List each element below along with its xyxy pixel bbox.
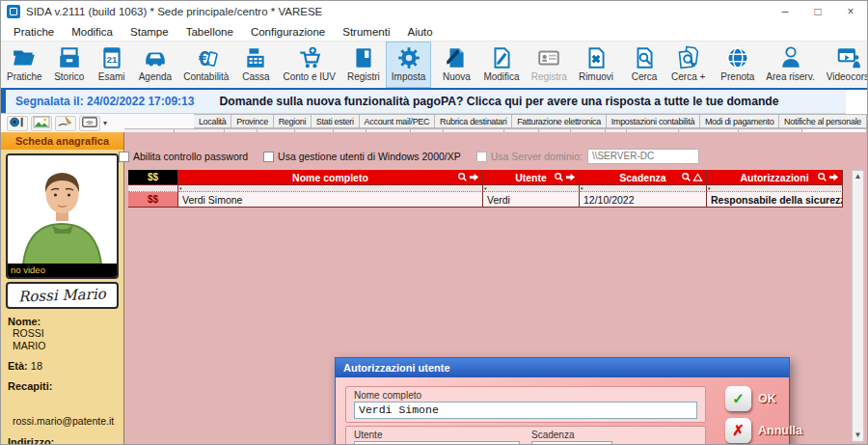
sort-arrow-icon[interactable]	[828, 172, 839, 184]
tab-regioni[interactable]: Regioni	[273, 114, 312, 128]
chevron-down-icon[interactable]: ▾	[103, 119, 107, 127]
column-header-utente[interactable]: Utente	[483, 170, 580, 185]
nome-completo-input[interactable]: Verdi Simone	[354, 402, 697, 419]
row-cell-scadenza[interactable]: 12/10/2022	[580, 192, 707, 208]
signature-button[interactable]	[55, 116, 76, 131]
archive-icon	[56, 44, 82, 70]
row-cell-nome-completo[interactable]: Verdi Simone	[178, 192, 483, 208]
utente-input[interactable]: Verdi	[354, 441, 520, 445]
toolbar-area-riserv-button[interactable]: Area riserv.	[760, 42, 820, 88]
row-cell-utente[interactable]: Verdi	[483, 192, 580, 208]
toolbar-cassa-button[interactable]: Cassa	[234, 42, 277, 88]
column-header-nome-completo[interactable]: Nome completo	[178, 170, 483, 185]
checkbox-icon[interactable]	[119, 152, 129, 162]
maximize-button[interactable]: □	[801, 1, 834, 22]
sidebar-field-label: Età:	[8, 360, 28, 372]
tab-localit[interactable]: Località	[194, 114, 231, 128]
globe-icon	[724, 44, 750, 70]
toolbar-agenda-button[interactable]: Agenda	[133, 42, 177, 88]
toolbar-imposta-button[interactable]: Imposta	[386, 42, 432, 88]
ok-button[interactable]: ✓OK	[725, 386, 776, 411]
notification-bar[interactable]: Segnalata il: 24/02/2022 17:09:13 Domand…	[1, 90, 846, 114]
toolbar-esami-button[interactable]: 21Esami	[91, 42, 133, 88]
video-icon	[836, 44, 862, 70]
sort-triangle-icon[interactable]	[692, 172, 703, 184]
doc-remove-icon	[583, 44, 609, 70]
gestione-utenti-checkbox[interactable]: Usa gestione utenti di Windows 2000/XP	[263, 151, 461, 162]
signature-icon	[57, 116, 74, 130]
toolbar-cerca-button[interactable]: Cerca +	[665, 42, 711, 88]
table-corner-cell[interactable]: $$	[128, 170, 178, 185]
toolbar-group: NuovaModificaRegistraRimuovi	[435, 42, 619, 88]
toolbar-registri-button[interactable]: Registri	[341, 42, 386, 88]
tab-fatturazione-elettronica[interactable]: Fatturazione elettronica	[511, 114, 607, 128]
sort-arrow-icon[interactable]	[469, 172, 479, 184]
toolbar-storico-button[interactable]: Storico	[48, 42, 91, 88]
toolbar-cerca-button[interactable]: Cerca	[623, 42, 665, 88]
menu-configurazione[interactable]: Configurazione	[242, 22, 334, 42]
column-header-icons	[554, 172, 576, 184]
toolbar-rimuovi-button[interactable]: Rimuovi	[573, 42, 619, 88]
abilita-controllo-checkbox[interactable]: Abilita controllo password	[119, 151, 248, 162]
filter-cell[interactable]: ▾	[483, 185, 580, 192]
tab-rubrica-destinatari[interactable]: Rubrica destinatari	[434, 114, 512, 128]
toolbar-group: CercaCerca +	[623, 42, 711, 88]
menu-strumenti[interactable]: Strumenti	[334, 22, 398, 42]
toolbar-label: Prenota	[720, 71, 754, 82]
menu-pratiche[interactable]: Pratiche	[5, 22, 63, 42]
scadenza-input[interactable]: 12/10/2022	[531, 441, 612, 445]
sidebar-field-recapiti: Recapiti:rossi.mario@patente.it	[8, 380, 120, 428]
scroll-down-icon[interactable]: ▼	[854, 430, 862, 441]
close-button[interactable]: ×	[834, 1, 867, 22]
tab-modi-di-pagamento[interactable]: Modi di pagamento	[699, 114, 779, 128]
row-cell-autorizzazioni[interactable]: Responsabile della sicurezza, Inseg...	[707, 192, 843, 208]
tab-account-mail-pec[interactable]: Account mail/PEC	[359, 114, 436, 128]
screen-button[interactable]	[79, 116, 100, 131]
magnifier-icon[interactable]	[457, 172, 468, 184]
magnifier-icon[interactable]	[817, 172, 827, 184]
utente-group: Utente Verdi Scadenza 12/10/2022 Respons…	[345, 426, 706, 445]
minimize-button[interactable]: –	[769, 1, 801, 22]
tab-stati-esteri[interactable]: Stati esteri	[311, 114, 360, 128]
magnifier-icon[interactable]	[681, 172, 692, 184]
student-sidebar: Scheda anagrafica no video Rossi Mario	[1, 132, 124, 445]
column-header-autorizzazioni[interactable]: Autorizzazioni	[707, 170, 843, 185]
tab-notifiche-al-personale[interactable]: Notifiche al personale	[778, 114, 867, 128]
tab-impostazioni-contabilit[interactable]: Impostazioni contabilità	[606, 114, 700, 128]
webcam-button[interactable]	[7, 116, 28, 131]
menu-stampe[interactable]: Stampe	[122, 22, 177, 42]
menu-tabellone[interactable]: Tabellone	[177, 22, 242, 42]
sort-arrow-icon[interactable]	[565, 172, 576, 184]
magnifier-icon[interactable]	[554, 172, 564, 184]
menu-modifica[interactable]: Modifica	[63, 22, 122, 42]
row-tag-cell[interactable]: $$	[128, 192, 178, 208]
toolbar-label: Cerca	[632, 71, 658, 82]
scroll-up-icon[interactable]: ▲	[854, 171, 862, 182]
vertical-scrollbar[interactable]: ▲ ▼	[852, 170, 864, 442]
filter-corner-cell[interactable]	[128, 185, 178, 192]
photo-button[interactable]	[31, 116, 52, 131]
dialog-title-bar[interactable]: Autorizzazioni utente	[336, 358, 789, 377]
toolbar-conto-e-iuv-button[interactable]: Conto e IUV	[277, 42, 340, 88]
menu-aiuto[interactable]: Aiuto	[398, 22, 441, 42]
sidebar-field-line: rossi.mario@patente.it	[8, 415, 120, 428]
table-row[interactable]: $$Verdi SimoneVerdi12/10/2022Responsabil…	[128, 192, 843, 208]
checkbox-icon[interactable]	[263, 152, 274, 162]
toolbar-nuova-button[interactable]: Nuova	[435, 42, 477, 88]
toolbar-modifica-button[interactable]: Modifica	[477, 42, 525, 88]
toolbar-label: Nuova	[443, 71, 471, 82]
tab-province[interactable]: Province	[231, 114, 273, 128]
toolbar-videocorsi-button[interactable]: Videocorsi	[821, 42, 868, 88]
annulla-button[interactable]: ✗Annulla	[725, 418, 802, 443]
filter-cell[interactable]: ▾	[707, 185, 843, 192]
column-header-label: Autorizzazioni	[740, 172, 808, 183]
notification-message[interactable]: Domande sulla nuova funzionalità pagoPA?…	[219, 95, 778, 108]
filter-cell[interactable]: ▾	[580, 185, 707, 192]
filter-cell[interactable]: ▾	[178, 185, 483, 192]
toolbar-prenota-button[interactable]: Prenota	[715, 42, 760, 88]
app-logo-icon	[7, 5, 20, 18]
column-header-scadenza[interactable]: Scadenza	[580, 170, 707, 185]
dialog-button-label: Annulla	[758, 424, 802, 437]
toolbar-contabilit-button[interactable]: €Contabilità	[177, 42, 234, 88]
toolbar-pratiche-button[interactable]: Pratiche	[1, 42, 48, 88]
